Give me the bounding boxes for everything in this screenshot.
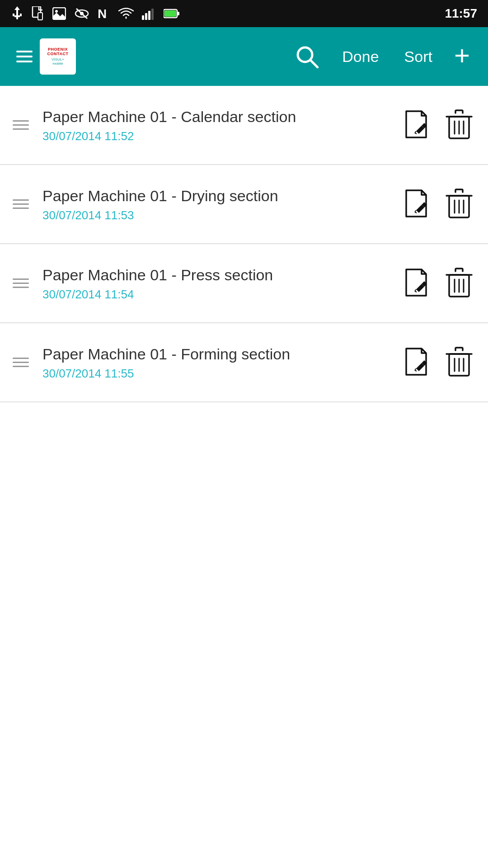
usb-icon xyxy=(11,6,23,21)
drag-handle[interactable] xyxy=(13,199,29,209)
svg-rect-14 xyxy=(164,10,176,17)
svg-line-25 xyxy=(415,212,417,213)
logo: PHOENIX CONTACT VISUL+mobile xyxy=(40,38,76,75)
battery-icon xyxy=(164,8,180,19)
status-bar: N 11:57 xyxy=(0,0,488,27)
trash-icon xyxy=(446,189,473,220)
edit-document-icon xyxy=(402,347,430,378)
image-icon xyxy=(52,7,66,20)
svg-line-39 xyxy=(415,370,417,371)
trash-icon xyxy=(446,347,473,378)
edit-document-icon xyxy=(402,109,430,141)
edit-document-icon xyxy=(402,189,430,220)
item-content: Paper Machine 01 - Drying section 30/07/… xyxy=(42,186,390,222)
item-date: 30/07/2014 11:55 xyxy=(42,367,390,381)
toolbar: PHOENIX CONTACT VISUL+mobile Done Sort + xyxy=(0,27,488,86)
drag-handle[interactable] xyxy=(13,358,29,367)
item-content: Paper Machine 01 - Forming section 30/07… xyxy=(42,344,390,381)
svg-rect-10 xyxy=(148,11,150,20)
logo-line2: CONTACT xyxy=(47,52,69,57)
svg-rect-11 xyxy=(151,9,154,20)
drag-handle[interactable] xyxy=(13,120,29,130)
list-item: Paper Machine 01 - Drying section 30/07/… xyxy=(0,165,488,244)
delete-button[interactable] xyxy=(443,346,475,379)
add-button[interactable]: + xyxy=(445,42,479,71)
item-title: Paper Machine 01 - Drying section xyxy=(42,186,390,206)
nfc-icon: N xyxy=(98,6,110,21)
search-icon xyxy=(295,45,319,68)
item-date: 30/07/2014 11:54 xyxy=(42,288,390,302)
status-bar-time: 11:57 xyxy=(445,6,477,21)
svg-line-16 xyxy=(310,60,318,67)
done-button[interactable]: Done xyxy=(329,48,391,66)
svg-line-18 xyxy=(415,133,417,134)
drag-handle[interactable] xyxy=(13,278,29,288)
delete-button[interactable] xyxy=(443,188,475,221)
item-date: 30/07/2014 11:52 xyxy=(42,129,390,143)
signal-icon xyxy=(142,7,155,20)
trash-icon xyxy=(446,109,473,141)
item-content: Paper Machine 01 - Press section 30/07/2… xyxy=(42,265,390,302)
delete-button[interactable] xyxy=(443,267,475,300)
edit-button[interactable] xyxy=(399,188,432,221)
edit-button[interactable] xyxy=(399,109,432,142)
trash-icon xyxy=(446,268,473,299)
svg-text:N: N xyxy=(98,7,107,21)
item-actions xyxy=(399,346,475,379)
sort-button[interactable]: Sort xyxy=(392,48,445,66)
svg-point-3 xyxy=(55,10,58,13)
item-title: Paper Machine 01 - Press section xyxy=(42,265,390,285)
wifi-icon xyxy=(118,7,134,20)
doc-icon xyxy=(32,6,44,21)
list-item: Paper Machine 01 - Forming section 30/07… xyxy=(0,323,488,402)
items-list: Paper Machine 01 - Calendar section 30/0… xyxy=(0,86,488,402)
item-actions xyxy=(399,267,475,300)
item-actions xyxy=(399,109,475,142)
item-title: Paper Machine 01 - Forming section xyxy=(42,344,390,364)
item-title: Paper Machine 01 - Calendar section xyxy=(42,107,390,127)
item-date: 30/07/2014 11:53 xyxy=(42,208,390,222)
svg-rect-1 xyxy=(38,13,42,20)
eye-slash-icon xyxy=(74,7,89,20)
item-content: Paper Machine 01 - Calendar section 30/0… xyxy=(42,107,390,143)
edit-button[interactable] xyxy=(399,346,432,379)
logo-sub: VISUL+mobile xyxy=(52,57,64,66)
search-button[interactable] xyxy=(284,45,329,68)
svg-line-32 xyxy=(415,291,417,292)
edit-button[interactable] xyxy=(399,267,432,300)
menu-button[interactable] xyxy=(9,51,40,62)
delete-button[interactable] xyxy=(443,109,475,142)
list-item: Paper Machine 01 - Press section 30/07/2… xyxy=(0,244,488,323)
list-item: Paper Machine 01 - Calendar section 30/0… xyxy=(0,86,488,165)
edit-document-icon xyxy=(402,268,430,299)
svg-rect-9 xyxy=(145,13,147,20)
item-actions xyxy=(399,188,475,221)
svg-rect-13 xyxy=(177,12,179,15)
status-bar-left-icons: N xyxy=(11,6,180,21)
svg-rect-8 xyxy=(142,15,144,20)
